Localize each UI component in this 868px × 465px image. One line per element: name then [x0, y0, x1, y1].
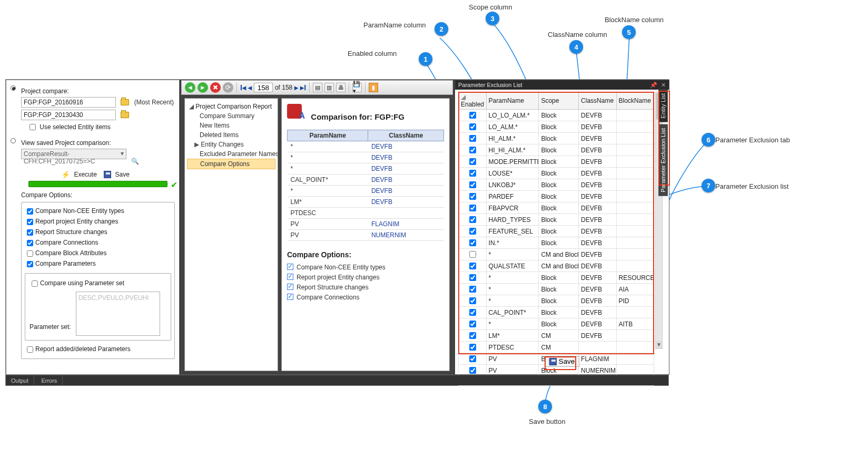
row-classname[interactable]: DEVFB: [579, 307, 616, 318]
row-scope[interactable]: CM and Block: [539, 249, 579, 260]
status-output-tab[interactable]: Output: [6, 375, 34, 386]
row-scope[interactable]: Block: [539, 237, 579, 249]
use-selected-checkbox[interactable]: [29, 124, 36, 130]
th-paramname[interactable]: ParamName: [486, 92, 539, 110]
row-classname[interactable]: DEVFB: [579, 214, 616, 226]
exclusion-grid[interactable]: ◢Enabled ParamName Scope ClassName Block…: [458, 92, 654, 386]
table-row[interactable]: *BlockDEVFBAITB: [459, 318, 654, 330]
row-blockname[interactable]: [616, 156, 654, 168]
folder-icon[interactable]: [121, 99, 129, 105]
row-classname[interactable]: DEVFB: [579, 191, 616, 202]
table-row[interactable]: *BlockDEVFBPID: [459, 295, 654, 307]
row-enabled-checkbox[interactable]: [469, 228, 476, 235]
row-classname[interactable]: DEVFB: [579, 168, 616, 179]
row-scope[interactable]: Block: [539, 168, 579, 179]
opt-params[interactable]: [27, 261, 33, 267]
row-scope[interactable]: Block: [539, 191, 579, 202]
paramset-textarea[interactable]: DESC,PVEULO,PVEUHI: [76, 292, 160, 336]
saved-comparison-combo[interactable]: CompareResult-CFH:CFH_20170725=>C: [21, 149, 126, 159]
opt-use-paramset[interactable]: [32, 280, 38, 287]
row-blockname[interactable]: [616, 144, 654, 156]
table-row[interactable]: LO_LO_ALM.*BlockDEVFB: [459, 110, 654, 121]
row-blockname[interactable]: [616, 307, 654, 318]
row-blockname[interactable]: PID: [616, 295, 654, 307]
row-enabled-checkbox[interactable]: [469, 344, 476, 351]
row-classname[interactable]: [579, 342, 616, 353]
row-scope[interactable]: Block: [539, 179, 579, 191]
table-row[interactable]: HI_ALM.*BlockDEVFB: [459, 133, 654, 144]
row-enabled-checkbox[interactable]: [469, 297, 476, 304]
opt-conn[interactable]: [27, 240, 33, 246]
row-paramname[interactable]: *: [486, 295, 539, 307]
row-classname[interactable]: DEVFB: [579, 284, 616, 295]
page-input[interactable]: [254, 83, 273, 92]
page-first-icon[interactable]: I◂: [240, 83, 246, 92]
search-icon[interactable]: 🔍: [131, 158, 139, 165]
row-classname[interactable]: DEVFB: [579, 110, 616, 121]
row-scope[interactable]: CM and Block: [539, 260, 579, 272]
row-paramname[interactable]: FEATURE_SEL: [486, 226, 539, 237]
row-blockname[interactable]: [616, 237, 654, 249]
tree-compare-options[interactable]: Compare Options: [187, 159, 275, 169]
row-enabled-checkbox[interactable]: [469, 251, 476, 258]
row-enabled-checkbox[interactable]: [469, 332, 476, 339]
row-scope[interactable]: Block: [539, 144, 579, 156]
row-classname[interactable]: DEVFB: [579, 330, 616, 342]
row-paramname[interactable]: *: [486, 284, 539, 295]
row-paramname[interactable]: *: [486, 249, 539, 260]
row-scope[interactable]: Block: [539, 133, 579, 144]
row-classname[interactable]: DEVFB: [579, 295, 616, 307]
row-paramname[interactable]: IN.*: [486, 237, 539, 249]
opt-report-adddel[interactable]: [27, 346, 33, 353]
row-blockname[interactable]: [616, 342, 654, 353]
row-classname[interactable]: DEVFB: [579, 249, 616, 260]
table-row[interactable]: *CM and BlockDEVFB: [459, 249, 654, 260]
folder-icon[interactable]: [121, 112, 129, 118]
opt-blockattr[interactable]: [27, 250, 33, 257]
save-button[interactable]: Save: [545, 356, 579, 367]
radio-view-saved[interactable]: [11, 138, 16, 143]
row-enabled-checkbox[interactable]: [469, 123, 476, 130]
page-prev-icon[interactable]: ◂: [248, 83, 252, 92]
tree-excluded-params[interactable]: Excluded Parameter Names: [187, 149, 275, 159]
side-tab-entity-list[interactable]: Entity List: [658, 90, 668, 122]
row-paramname[interactable]: LO_ALM.*: [486, 121, 539, 133]
row-scope[interactable]: Block: [539, 307, 579, 318]
tree-deleted-items[interactable]: Deleted Items: [187, 130, 275, 140]
scroll-down-icon[interactable]: ▼: [656, 341, 662, 348]
table-row[interactable]: LNKOBJ*BlockDEVFB: [459, 179, 654, 191]
panel-pin-icon[interactable]: 📌: [650, 82, 657, 88]
status-errors-tab[interactable]: Errors: [36, 375, 63, 386]
project1-input[interactable]: FGP:FGP_20160916: [21, 97, 116, 108]
panel-close-icon[interactable]: ✕: [661, 82, 666, 88]
row-paramname[interactable]: *: [486, 318, 539, 330]
save-button-left[interactable]: Save: [115, 171, 130, 178]
row-paramname[interactable]: LOUSE*: [486, 168, 539, 179]
row-classname[interactable]: DEVFB: [579, 318, 616, 330]
row-classname[interactable]: DEVFB: [579, 133, 616, 144]
row-paramname[interactable]: LNKOBJ*: [486, 179, 539, 191]
row-classname[interactable]: DEVFB: [579, 121, 616, 133]
row-classname[interactable]: DEVFB: [579, 226, 616, 237]
row-blockname[interactable]: [616, 226, 654, 237]
row-paramname[interactable]: CAL_POINT*: [486, 307, 539, 318]
row-scope[interactable]: Block: [539, 226, 579, 237]
th-blockname[interactable]: BlockName: [616, 92, 654, 110]
nav-fwd-icon[interactable]: ►: [198, 82, 208, 93]
row-blockname[interactable]: [616, 191, 654, 202]
row-classname[interactable]: DEVFB: [579, 156, 616, 168]
side-tab-param-exclusion[interactable]: Parameter Exclusion List: [658, 124, 668, 196]
th-classname[interactable]: ClassName: [579, 92, 616, 110]
page-last-icon[interactable]: ▸I: [300, 83, 306, 92]
radio-project-compare[interactable]: [11, 85, 16, 91]
table-row[interactable]: HARD_TYPESBlockDEVFB: [459, 214, 654, 226]
row-paramname[interactable]: HI_HI_ALM.*: [486, 144, 539, 156]
row-paramname[interactable]: PARDEF: [486, 191, 539, 202]
row-paramname[interactable]: PV: [486, 353, 539, 365]
opt-struct[interactable]: [27, 229, 33, 236]
th-enabled[interactable]: Enabled: [461, 101, 484, 108]
row-blockname[interactable]: [616, 179, 654, 191]
row-scope[interactable]: Block: [539, 110, 579, 121]
row-scope[interactable]: CM: [539, 342, 579, 353]
row-classname[interactable]: DEVFB: [579, 202, 616, 214]
